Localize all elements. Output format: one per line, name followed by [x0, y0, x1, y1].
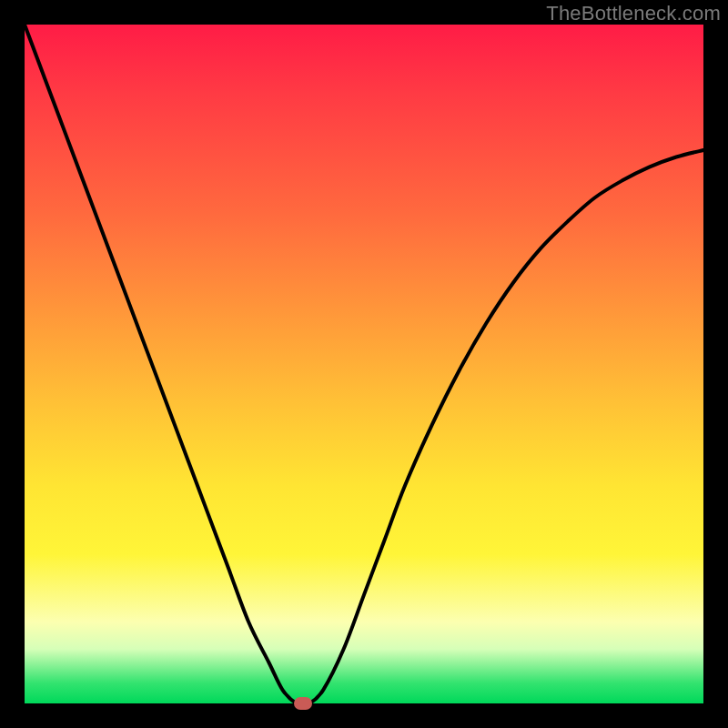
watermark-text: TheBottleneck.com [546, 2, 721, 25]
chart-plot-area [25, 25, 703, 703]
minimum-marker [294, 697, 312, 710]
chart-frame: TheBottleneck.com [0, 0, 728, 728]
bottleneck-curve [25, 25, 703, 703]
